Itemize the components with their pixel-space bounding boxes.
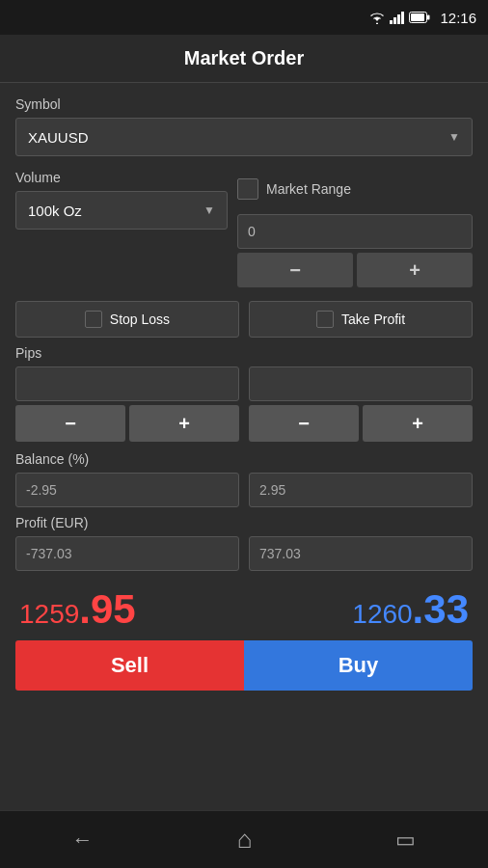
balance-row: -2.95 2.95 xyxy=(15,473,473,507)
stop-loss-label: Stop Loss xyxy=(110,312,170,327)
take-profit-label: Take Profit xyxy=(341,312,405,327)
profit-row: -737.03 737.03 xyxy=(15,536,473,571)
price-sell: 1259.95 xyxy=(19,586,136,633)
wifi-icon xyxy=(368,11,386,24)
action-row: Sell Buy xyxy=(15,640,473,691)
pips-input-left[interactable] xyxy=(15,366,239,401)
svg-point-0 xyxy=(376,23,378,25)
volume-marketrange-row: Volume 100k Oz ▼ Market Range 0 − + xyxy=(15,170,473,287)
profit-right: 737.03 xyxy=(249,536,473,571)
buy-price-whole: 1260 xyxy=(352,599,412,629)
volume-label: Volume xyxy=(15,170,228,185)
symbol-section: Symbol XAUUSD ▼ xyxy=(15,96,473,156)
signal-icon xyxy=(390,11,405,24)
price-row: 1259.95 1260.33 xyxy=(15,579,473,640)
app-title: Market Order xyxy=(184,47,305,69)
sell-price-whole: 1259 xyxy=(19,599,79,629)
volume-section: Volume 100k Oz ▼ xyxy=(15,170,228,230)
symbol-value: XAUUSD xyxy=(28,129,89,146)
symbol-label: Symbol xyxy=(15,96,473,112)
profit-label: Profit (EUR) xyxy=(15,515,473,530)
pips-input-right[interactable] xyxy=(249,366,473,401)
battery-icon xyxy=(409,12,430,23)
market-range-label: Market Range xyxy=(266,181,351,197)
svg-rect-7 xyxy=(427,15,430,20)
main-content: Symbol XAUUSD ▼ Volume 100k Oz ▼ Market … xyxy=(0,83,488,810)
pips-label: Pips xyxy=(15,345,473,361)
svg-rect-1 xyxy=(390,20,393,24)
buy-price-decimal: .33 xyxy=(413,586,469,632)
pips-plus-right-button[interactable]: + xyxy=(363,405,473,442)
take-profit-checkbox[interactable] xyxy=(316,311,334,328)
home-button[interactable]: ⌂ xyxy=(237,825,253,854)
market-range-buttons: − + xyxy=(237,253,473,287)
balance-section: Balance (%) -2.95 2.95 xyxy=(15,451,473,507)
status-icons: 12:16 xyxy=(368,10,476,26)
market-range-plus-button[interactable]: + xyxy=(357,253,473,287)
svg-rect-4 xyxy=(401,12,404,24)
volume-dropdown-arrow: ▼ xyxy=(203,203,215,217)
market-range-minus-button[interactable]: − xyxy=(237,253,353,287)
volume-value: 100k Oz xyxy=(28,203,82,219)
app-header: Market Order xyxy=(0,35,488,83)
svg-rect-6 xyxy=(411,14,424,21)
symbol-dropdown[interactable]: XAUUSD ▼ xyxy=(15,118,473,156)
symbol-dropdown-arrow: ▼ xyxy=(448,130,460,144)
price-buy: 1260.33 xyxy=(352,586,469,633)
pips-minus-left-button[interactable]: − xyxy=(15,405,125,442)
sell-price-decimal: .95 xyxy=(79,586,135,632)
pips-btn-group-right: − + xyxy=(249,405,473,442)
pips-section: Pips − + − + xyxy=(15,345,473,442)
balance-left: -2.95 xyxy=(15,473,239,507)
sell-button[interactable]: Sell xyxy=(15,640,244,691)
pips-btn-group-left: − + xyxy=(15,405,239,442)
buy-button[interactable]: Buy xyxy=(244,640,473,691)
profit-section: Profit (EUR) -737.03 737.03 xyxy=(15,515,473,571)
balance-label: Balance (%) xyxy=(15,451,473,467)
recent-button[interactable]: ▭ xyxy=(395,827,416,853)
volume-dropdown[interactable]: 100k Oz ▼ xyxy=(15,191,228,230)
stop-loss-checkbox[interactable] xyxy=(85,311,102,328)
sl-tp-row: Stop Loss Take Profit xyxy=(15,301,473,338)
svg-rect-3 xyxy=(397,14,400,24)
market-range-header: Market Range xyxy=(237,170,473,208)
take-profit-button[interactable]: Take Profit xyxy=(249,301,473,338)
profit-left: -737.03 xyxy=(15,536,239,571)
market-range-section: Market Range 0 − + xyxy=(237,170,473,287)
status-time: 12:16 xyxy=(440,10,476,26)
market-range-value: 0 xyxy=(248,224,256,239)
pips-inputs-row xyxy=(15,366,473,401)
market-range-checkbox[interactable] xyxy=(237,178,258,200)
pips-buttons-row: − + − + xyxy=(15,405,473,442)
pips-minus-right-button[interactable]: − xyxy=(249,405,359,442)
stop-loss-button[interactable]: Stop Loss xyxy=(15,301,239,338)
bottom-nav: ← ⌂ ▭ xyxy=(0,810,488,868)
market-range-input[interactable]: 0 xyxy=(237,214,473,249)
back-button[interactable]: ← xyxy=(72,827,94,853)
pips-plus-left-button[interactable]: + xyxy=(129,405,239,442)
svg-rect-2 xyxy=(393,17,396,24)
balance-right: 2.95 xyxy=(249,473,473,507)
status-bar: 12:16 xyxy=(0,0,488,35)
